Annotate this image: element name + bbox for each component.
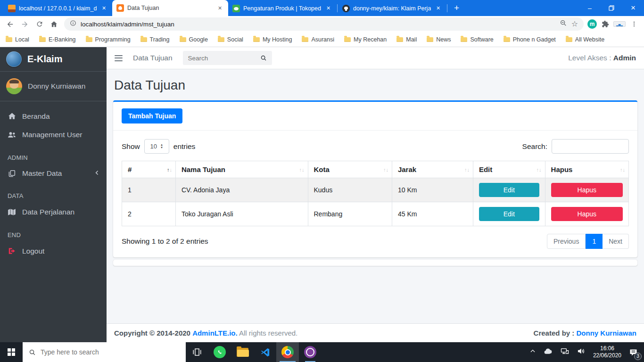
notification-button[interactable]: 3 [628,347,638,357]
close-window-button[interactable]: × [622,0,644,16]
tab-github[interactable]: donny-mey/klaim: Klaim Perjalan × [338,0,446,16]
sort-icon: ↑↓ [620,166,625,172]
bookmark-item[interactable]: Phone n Gadget [504,36,556,43]
bookmark-item[interactable]: Trading [140,36,170,43]
start-button[interactable] [0,342,23,362]
col-header-hapus[interactable]: Hapus↑↓ [545,161,628,178]
bookmark-item[interactable]: Programming [86,36,131,43]
card-body: Show 10 ▲▼ entries Search: [113,131,637,257]
level-akses: Level Akses : Admin [568,54,636,62]
bookmark-item[interactable]: Mail [396,36,417,43]
users-icon [7,130,17,140]
whatsapp-button[interactable] [208,342,231,362]
sidebar-item-master-data[interactable]: Master Data [0,165,107,182]
avatar [6,78,22,94]
bookmark-item[interactable]: Social [218,36,243,43]
network-icon[interactable] [560,346,570,358]
zoom-out-icon[interactable] [560,19,567,29]
bookmark-star-icon[interactable]: ☆ [571,20,578,28]
page-length-select[interactable]: 10 ▲▼ [144,139,169,154]
refresh-icon[interactable] [33,18,46,31]
tab-phpmyadmin[interactable]: localhost / 127.0.0.1 / klaim_db | × [4,0,112,16]
sidebar: E-Klaim Donny Kurniawan Beranda Manage [0,47,107,342]
cell-kota: Rembang [308,202,392,226]
user-panel[interactable]: Donny Kurniawan [0,72,107,101]
pagination-next[interactable]: Next [603,234,629,249]
tab-tokopedia[interactable]: Pengaturan Produk | Tokopedia × [228,0,337,16]
vscode-button[interactable] [254,342,276,362]
data-table: #↑↓ Nama Tujuan↑↓ Kota↑↓ Jarak↑↓ Edit↑↓ … [122,161,629,226]
bookmark-item[interactable]: All Website [566,36,604,43]
card-header: Tambah Tujuan [113,102,637,131]
bookmark-item[interactable]: Local [6,36,29,43]
extension-m-icon[interactable]: m [587,19,597,29]
taskbar-search[interactable] [23,342,186,362]
chrome-button[interactable] [276,342,299,362]
forward-icon[interactable] [18,18,31,31]
bookmark-item[interactable]: Asuransi [302,36,334,43]
created-by-link[interactable]: Donny Kurniawan [576,329,636,337]
whatsapp-icon [214,346,226,358]
map-icon [7,207,17,217]
taskbar-search-input[interactable] [41,348,180,356]
navbar-search-button[interactable] [256,51,272,65]
clock[interactable]: 16:06 22/06/2020 [593,345,621,359]
bookmark-item[interactable]: Software [461,36,493,43]
extension-small-icon[interactable]: ▂▅▂ [613,21,626,27]
bookmark-item[interactable]: E-Banking [39,36,76,43]
bookmark-item[interactable]: My Recehan [344,36,387,43]
bookmark-item[interactable]: My Hosting [253,36,292,43]
purple-app-button[interactable] [299,342,322,362]
datatable-search-input[interactable] [552,139,629,154]
pagination-page-1[interactable]: 1 [586,234,603,249]
volume-icon[interactable] [577,346,586,358]
edit-button[interactable]: Edit [479,183,539,197]
bookmark-item[interactable]: Google [180,36,208,43]
col-header-edit[interactable]: Edit↑↓ [473,161,545,178]
sidebar-item-beranda[interactable]: Beranda [0,107,107,125]
tab-data-tujuan[interactable]: Data Tujuan × [112,0,228,16]
browser-menu-icon[interactable] [627,18,640,31]
hapus-button[interactable]: Hapus [551,183,623,197]
maximize-button[interactable] [601,0,622,16]
tab-close-icon[interactable]: × [216,4,224,12]
tab-close-icon[interactable]: × [324,4,332,12]
sign-out-icon [7,247,17,255]
sidebar-item-logout[interactable]: Logout [0,242,107,260]
pagination-previous[interactable]: Previous [547,234,586,249]
brand[interactable]: E-Klaim [0,47,107,72]
bookmark-item[interactable]: News [427,36,451,43]
navbar-page-link[interactable]: Data Tujuan [133,54,173,62]
back-icon[interactable] [4,18,17,31]
col-header-nama-tujuan[interactable]: Nama Tujuan↑↓ [175,161,308,178]
tambah-tujuan-button[interactable]: Tambah Tujuan [122,108,182,123]
table-row: 1 CV. Adonia Jaya Kudus 10 Km Edit Hapus [122,178,629,202]
col-header-no[interactable]: #↑↓ [122,161,176,178]
level-akses-value: Admin [613,54,636,62]
adminlte-link[interactable]: AdminLTE.io. [192,329,238,337]
url-bar[interactable]: localhost/klaim/admin/mst_tujuan ☆ [64,17,584,31]
minimize-button[interactable]: – [579,0,601,16]
col-header-kota[interactable]: Kota↑↓ [308,161,392,178]
navbar-search-input[interactable] [183,51,256,65]
tab-close-icon[interactable]: × [100,4,108,12]
home-icon[interactable] [48,18,60,31]
col-header-jarak[interactable]: Jarak↑↓ [392,161,473,178]
notification-badge: 3 [634,353,642,360]
file-explorer-icon [237,348,248,357]
sidebar-item-data-perjalanan[interactable]: Data Perjalanan [0,203,107,222]
site-info-icon[interactable] [70,20,76,28]
hamburger-icon[interactable] [115,55,123,61]
file-explorer-button[interactable] [231,342,254,362]
new-tab-button[interactable]: + [448,3,465,13]
hapus-button[interactable]: Hapus [551,207,623,221]
url-text[interactable]: localhost/klaim/admin/mst_tujuan [81,21,555,28]
task-view-button[interactable] [186,342,208,362]
edit-button[interactable]: Edit [479,207,539,221]
onedrive-icon[interactable] [543,346,553,358]
extensions-puzzle-icon[interactable] [599,18,611,31]
tray-chevron-icon[interactable] [529,348,536,356]
tab-close-icon[interactable]: × [434,4,442,12]
sidebar-item-management-user[interactable]: Management User [0,125,107,144]
screen: localhost / 127.0.0.1 / klaim_db | × Dat… [0,0,644,362]
